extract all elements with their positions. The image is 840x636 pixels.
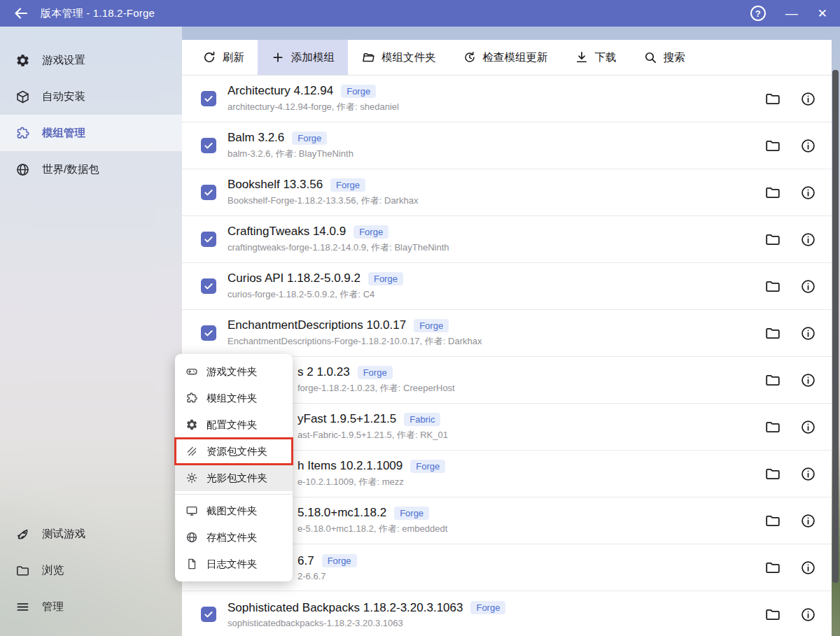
folder-icon[interactable] <box>764 418 781 435</box>
sidebar-item-test-game[interactable]: 测试游戏 <box>0 516 182 552</box>
toolbar-button-search[interactable]: 搜索 <box>630 40 699 75</box>
mod-name: s 2 1.0.23 <box>298 365 350 379</box>
sidebar-item-label: 测试游戏 <box>42 527 85 542</box>
mod-checkbox[interactable] <box>201 185 216 200</box>
sidebar-item-label: 游戏设置 <box>42 53 85 68</box>
info-icon[interactable] <box>800 560 816 576</box>
mod-text: Balm 3.2.6Forgebalm-3.2.6, 作者: BlayTheNi… <box>227 131 764 160</box>
search-icon <box>643 50 657 64</box>
mod-checkbox[interactable] <box>201 91 216 106</box>
scrollbar-thumb[interactable] <box>832 70 839 583</box>
close-icon[interactable]: ✕ <box>818 8 827 20</box>
minimize-icon[interactable]: — <box>785 7 798 20</box>
toolbar-button-refresh[interactable]: 刷新 <box>189 40 258 75</box>
cube-icon <box>15 90 30 104</box>
folder-icon[interactable] <box>764 90 781 107</box>
mod-detail: curios-forge-1.18.2-5.0.9.2, 作者: C4 <box>227 288 764 301</box>
sidebar: 游戏设置自动安装模组管理世界/数据包 测试游戏浏览管理 <box>0 27 182 636</box>
mod-detail: EnchantmentDescriptions-Forge-1.18.2-10.… <box>227 335 764 348</box>
menu-item-label: 光影包文件夹 <box>206 472 267 485</box>
sidebar-bottom-group: 测试游戏浏览管理 <box>0 516 182 625</box>
menu-item-mod-folder[interactable]: 模组文件夹 <box>175 385 293 411</box>
loader-badge: Fabric <box>404 413 440 426</box>
mod-checkbox[interactable] <box>201 278 216 294</box>
folder-icon[interactable] <box>764 184 781 201</box>
info-icon[interactable] <box>800 607 816 623</box>
toolbar-button-label: 添加模组 <box>291 50 335 65</box>
info-icon[interactable] <box>800 232 816 248</box>
sidebar-item-mod-management[interactable]: 模组管理 <box>0 115 182 151</box>
info-icon[interactable] <box>800 419 816 435</box>
loader-badge: Forge <box>470 601 505 614</box>
info-icon[interactable] <box>800 91 816 107</box>
mod-detail: 2-6.6.7 <box>298 571 764 581</box>
back-arrow-icon[interactable] <box>13 5 29 22</box>
window-title: 版本管理 - 1.18.2-Forge <box>41 7 155 20</box>
toolbar-button-check-mod-updates[interactable]: 检查模组更新 <box>449 40 561 75</box>
loader-badge: Forge <box>292 132 327 145</box>
folder-icon[interactable] <box>764 325 781 341</box>
info-icon[interactable] <box>800 372 816 388</box>
info-icon[interactable] <box>800 185 816 201</box>
mod-row: Curios API 1.18.2-5.0.9.2Forgecurios-for… <box>182 263 832 310</box>
menu-item-label: 截图文件夹 <box>206 504 258 518</box>
sun-icon <box>186 472 198 484</box>
mod-row: Bookshelf 13.3.56ForgeBookshelf-Forge-1.… <box>182 169 832 216</box>
folder-icon[interactable] <box>764 231 781 248</box>
folder-icon[interactable] <box>764 137 781 154</box>
menu-item-saves-folder[interactable]: 存档文件夹 <box>175 524 293 551</box>
toolbar-button-label: 刷新 <box>223 50 244 65</box>
folder-icon <box>15 563 30 578</box>
sidebar-item-browse[interactable]: 浏览 <box>0 552 182 588</box>
loader-badge: Forge <box>341 85 376 98</box>
mod-detail: forge-1.18.2-1.0.23, 作者: CreeperHost <box>298 382 764 395</box>
info-icon[interactable] <box>800 466 816 482</box>
menu-item-screenshot-folder[interactable]: 截图文件夹 <box>175 497 293 524</box>
menu-item-shaderpack-folder[interactable]: 光影包文件夹 <box>175 465 293 491</box>
sidebar-item-label: 自动安装 <box>42 90 85 104</box>
menu-item-logs-folder[interactable]: 日志文件夹 <box>175 551 293 577</box>
mod-name: Architectury 4.12.94 <box>227 84 333 98</box>
folder-icon[interactable] <box>764 606 781 623</box>
toolbar-button-download[interactable]: 下载 <box>561 40 630 75</box>
plus-icon <box>271 50 285 64</box>
sidebar-item-world-datapacks[interactable]: 世界/数据包 <box>0 151 182 188</box>
titlebar: 版本管理 - 1.18.2-Forge ? — ✕ <box>0 0 840 27</box>
info-icon[interactable] <box>800 325 816 341</box>
sidebar-item-auto-install[interactable]: 自动安装 <box>0 78 182 115</box>
loader-badge: Forge <box>358 366 393 379</box>
mod-text: Curios API 1.18.2-5.0.9.2Forgecurios-for… <box>227 271 764 301</box>
toolbar-button-mod-folder[interactable]: 模组文件夹 <box>348 40 449 75</box>
menu-item-config-folder[interactable]: 配置文件夹 <box>175 411 293 438</box>
mod-detail: e-10.2.1.1009, 作者: mezz <box>298 476 764 488</box>
mod-checkbox[interactable] <box>201 325 216 341</box>
folder-icon[interactable] <box>764 465 781 482</box>
folder-icon[interactable] <box>764 512 781 529</box>
mod-checkbox[interactable] <box>201 607 216 622</box>
menu-icon <box>15 600 30 614</box>
loader-badge: Forge <box>368 272 403 285</box>
mod-checkbox[interactable] <box>201 138 216 153</box>
mod-text: h Items 10.2.1.1009Forgee-10.2.1.1009, 作… <box>298 459 764 488</box>
mod-checkbox[interactable] <box>201 232 216 247</box>
loader-badge: Forge <box>394 507 429 520</box>
sidebar-item-game-settings[interactable]: 游戏设置 <box>0 42 182 78</box>
toolbar-button-add-mod[interactable]: 添加模组 <box>258 40 348 75</box>
sidebar-spacer <box>0 188 182 516</box>
monitor-icon <box>186 504 198 517</box>
loader-badge: Forge <box>354 225 388 239</box>
info-icon[interactable] <box>800 278 816 295</box>
sidebar-item-manage[interactable]: 管理 <box>0 588 182 625</box>
folder-icon[interactable] <box>764 559 781 576</box>
menu-item-game-folder[interactable]: 游戏文件夹 <box>175 358 293 385</box>
folder-icon[interactable] <box>764 372 781 388</box>
info-icon[interactable] <box>800 513 816 529</box>
mod-text: 5.18.0+mc1.18.2Forgee-5.18.0+mc1.18.2, 作… <box>298 506 764 535</box>
menu-item-resourcepack-folder[interactable]: 资源包文件夹 <box>175 438 293 465</box>
help-icon[interactable]: ? <box>750 6 766 21</box>
info-icon[interactable] <box>800 138 816 154</box>
mod-text: 6.7Forge2-6.6.7 <box>298 554 764 581</box>
folder-icon[interactable] <box>764 278 781 295</box>
mod-name: EnchantmentDescriptions 10.0.17 <box>227 318 406 332</box>
folder-open-icon <box>361 50 375 64</box>
